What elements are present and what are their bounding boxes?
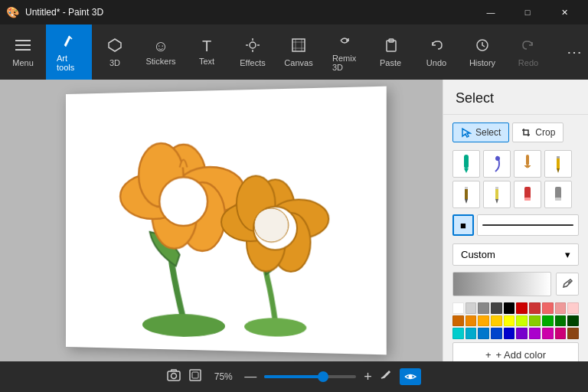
toolbar-item-text[interactable]: T Text [184, 24, 230, 80]
color-swatch[interactable] [567, 302, 579, 314]
svg-point-13 [142, 313, 225, 338]
drawing-canvas[interactable] [66, 87, 387, 355]
color-swatch[interactable] [567, 328, 579, 339]
text-icon: T [202, 38, 211, 54]
add-color-button[interactable]: + + Add color [452, 342, 579, 361]
crop-button[interactable]: Crop [512, 122, 564, 142]
color-swatch[interactable] [529, 315, 541, 327]
toolbar-item-redo[interactable]: Redo [505, 24, 551, 80]
select-crop-row: Select Crop [452, 122, 579, 142]
minimize-button[interactable]: — [473, 0, 508, 24]
toolbar-menu-label: Menu [12, 58, 34, 67]
toolbar-text-label: Text [199, 57, 214, 66]
maximize-button[interactable]: □ [510, 0, 545, 24]
zoom-in-button[interactable]: + [364, 369, 372, 385]
undo-icon [429, 38, 444, 55]
color-swatch[interactable] [567, 315, 579, 327]
pen-button[interactable] [380, 369, 392, 384]
color-swatch[interactable] [452, 315, 464, 327]
brush-yellow-pencil[interactable] [483, 181, 511, 208]
toolbar-3d-label: 3D [109, 58, 120, 67]
color-swatch[interactable] [555, 328, 567, 339]
right-panel: Select Select Crop [443, 80, 588, 361]
color-swatch[interactable] [466, 302, 477, 314]
toolbar-item-effects[interactable]: Effects [230, 24, 276, 80]
toolbar-item-paste[interactable]: Paste [368, 24, 413, 80]
more-icon: ⋯ [567, 44, 582, 60]
color-swatches [452, 302, 579, 339]
zoom-slider-thumb[interactable] [318, 371, 328, 382]
brush-gold-pencil[interactable] [544, 150, 572, 178]
color-swatch[interactable] [504, 315, 515, 327]
color-swatch[interactable] [466, 328, 477, 339]
brush-red-eraser[interactable] [514, 181, 541, 208]
color-swatch[interactable] [478, 328, 489, 339]
toolbar-item-stickers[interactable]: ☺ Stickers [138, 24, 184, 80]
brush-brown-pencil[interactable] [452, 181, 480, 208]
paste-icon [383, 38, 398, 55]
square-tip-option[interactable]: ■ [452, 214, 474, 236]
color-swatch[interactable] [542, 302, 554, 314]
panel-title: Select [443, 80, 588, 115]
svg-rect-9 [292, 39, 305, 51]
toolbar-item-menu[interactable]: Menu [0, 24, 46, 80]
select-button[interactable]: Select [452, 122, 509, 142]
svg-marker-41 [495, 199, 498, 204]
svg-rect-42 [495, 187, 498, 189]
color-swatch[interactable] [466, 315, 477, 327]
brush-calligraphy[interactable] [483, 150, 511, 178]
brush-oil[interactable] [514, 150, 541, 178]
color-swatch[interactable] [504, 302, 515, 314]
frame-icon[interactable] [188, 368, 202, 385]
color-swatch[interactable] [452, 302, 464, 314]
toolbar-item-canvas[interactable]: Canvas [276, 24, 322, 80]
zoom-out-button[interactable]: — [244, 370, 256, 384]
zoom-slider[interactable] [264, 375, 356, 378]
toolbar-item-history[interactable]: History [459, 24, 505, 80]
close-button[interactable]: ✕ [547, 0, 582, 24]
svg-rect-2 [15, 49, 31, 51]
color-swatch[interactable] [542, 315, 554, 327]
color-swatch[interactable] [542, 328, 554, 339]
thickness-selector[interactable] [477, 214, 579, 236]
brush-marker[interactable] [452, 150, 480, 178]
toolbar-item-remix3d[interactable]: Remix 3D [322, 24, 368, 80]
color-swatch[interactable] [516, 328, 528, 339]
color-swatch[interactable] [529, 328, 541, 339]
toolbar-item-more[interactable]: ⋯ [551, 24, 588, 80]
camera-icon[interactable] [167, 368, 181, 385]
app-icon: 🎨 [6, 6, 19, 18]
color-swatch[interactable] [478, 315, 489, 327]
color-swatch[interactable] [529, 302, 541, 314]
svg-rect-0 [15, 40, 31, 41]
color-swatch[interactable] [491, 315, 502, 327]
color-swatch[interactable] [516, 315, 528, 327]
color-swatch[interactable] [491, 328, 502, 339]
color-swatch[interactable] [504, 328, 515, 339]
color-swatch[interactable] [555, 302, 567, 314]
color-swatch[interactable] [478, 302, 489, 314]
color-swatch[interactable] [555, 315, 567, 327]
canvas-area[interactable] [0, 80, 443, 361]
svg-rect-36 [557, 156, 560, 158]
color-swatch[interactable] [452, 328, 464, 339]
color-swatch[interactable] [491, 302, 502, 314]
toolbar-stickers-label: Stickers [145, 57, 175, 66]
svg-marker-35 [557, 168, 560, 173]
zoom-percent: 75% [210, 371, 237, 382]
redo-icon [521, 38, 536, 55]
eyedropper-button[interactable] [556, 273, 579, 296]
color-preview-box[interactable] [452, 272, 551, 296]
svg-rect-44 [524, 198, 531, 201]
remix3d-icon [337, 33, 352, 51]
svg-marker-31 [464, 168, 469, 173]
toolbar-item-undo[interactable]: Undo [413, 24, 459, 80]
color-swatch[interactable] [516, 302, 528, 314]
toolbar-item-3d[interactable]: 3D [92, 24, 138, 80]
toolbar-item-art-tools[interactable]: Art tools [46, 24, 92, 80]
zoom-slider-fill [264, 375, 319, 378]
toolbar-redo-label: Redo [518, 58, 538, 67]
brush-gray-eraser[interactable] [544, 181, 572, 208]
visibility-button[interactable] [400, 368, 421, 385]
brush-style-dropdown[interactable]: Custom ▾ [452, 243, 579, 266]
